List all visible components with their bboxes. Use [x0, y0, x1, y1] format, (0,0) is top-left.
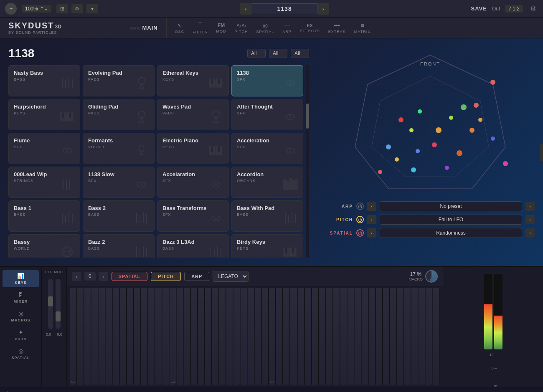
preset-card-11[interactable]: Acceleration SFX: [231, 133, 303, 164]
tab-spatial-bottom[interactable]: SPATIAL: [112, 272, 147, 281]
white-key-21[interactable]: [219, 288, 226, 385]
white-key-51[interactable]: [433, 288, 439, 385]
preset-card-0[interactable]: Nasty Bass BASS: [8, 65, 80, 96]
arp-prev-button[interactable]: ‹: [367, 202, 376, 211]
preset-card-10[interactable]: Electric Piano KEYS: [157, 133, 229, 164]
preset-card-8[interactable]: Flume SFX: [8, 133, 80, 164]
pitch-slider[interactable]: [48, 279, 53, 329]
filter-category[interactable]: All: [247, 49, 266, 58]
tab-extras[interactable]: ••• EXTRAS: [328, 22, 346, 34]
preset-card-19[interactable]: Bass With Pad BASS: [231, 200, 303, 232]
white-key-4[interactable]: [99, 288, 105, 385]
sidebar-item-mixer[interactable]: 🎛 MIXER: [3, 289, 39, 306]
preset-card-15[interactable]: Accordion ORGANS: [231, 167, 303, 198]
white-key-29[interactable]: [276, 288, 283, 385]
white-key-0[interactable]: C2: [70, 288, 77, 385]
white-key-45[interactable]: [390, 288, 397, 385]
white-key-16[interactable]: [184, 288, 190, 385]
tab-pitch[interactable]: ∿∿ PITCH: [235, 22, 248, 34]
white-key-41[interactable]: [362, 288, 368, 385]
preset-card-5[interactable]: Gliding Pad PADS: [83, 99, 155, 130]
white-key-12[interactable]: [155, 288, 162, 385]
white-key-28[interactable]: C4: [269, 288, 276, 385]
white-key-43[interactable]: [376, 288, 383, 385]
arp-power-button[interactable]: ⏻: [356, 202, 364, 210]
white-key-2[interactable]: [84, 288, 91, 385]
preset-card-16[interactable]: Bass 1 BASS: [8, 200, 80, 232]
preset-card-23[interactable]: Birdy Keys KEYS: [231, 234, 303, 258]
white-key-22[interactable]: [226, 288, 233, 385]
white-key-33[interactable]: [305, 288, 312, 385]
sidebar-item-macros[interactable]: ◎ MACROS: [3, 308, 39, 325]
tab-osc[interactable]: ∿ OSC: [175, 22, 185, 34]
spatial-next-button[interactable]: ›: [525, 228, 535, 238]
white-key-47[interactable]: [404, 288, 411, 385]
white-key-25[interactable]: [248, 288, 254, 385]
preset-card-4[interactable]: Harpsichord KEYS: [8, 99, 80, 130]
preset-card-2[interactable]: Ethereal Keys KEYS: [157, 65, 229, 96]
prev-preset-button[interactable]: ‹: [240, 3, 252, 15]
dropdown-icon[interactable]: ▾: [86, 4, 98, 13]
pitch-prev-button[interactable]: ‹: [367, 215, 376, 224]
sidebar-item-pads[interactable]: ✦ PADS: [3, 326, 39, 344]
white-key-23[interactable]: [233, 288, 240, 385]
tab-pitch-bottom[interactable]: PITCH: [151, 272, 181, 281]
white-key-6[interactable]: [113, 288, 119, 385]
preset-card-13[interactable]: 1138 Slow SFX: [83, 167, 155, 198]
white-key-10[interactable]: [141, 288, 148, 385]
arp-next-button[interactable]: ›: [525, 202, 535, 211]
white-key-13[interactable]: [162, 288, 169, 385]
preset-card-12[interactable]: 000Lead Wip STRINGS: [8, 167, 80, 198]
white-key-14[interactable]: C3: [170, 288, 176, 385]
tab-spatial[interactable]: ◎ SPATIAL: [256, 22, 274, 34]
main-nav[interactable]: ≡≡≡ MAIN: [121, 18, 167, 38]
settings-icon[interactable]: ⚙: [71, 4, 83, 13]
preset-card-9[interactable]: Formants VOCALS: [83, 133, 155, 164]
white-key-40[interactable]: [355, 288, 361, 385]
white-key-35[interactable]: [319, 288, 326, 385]
preset-card-6[interactable]: Waves Pad PADS: [157, 99, 229, 130]
preset-card-17[interactable]: Bass 2 BASS: [83, 200, 155, 232]
tab-matrix[interactable]: ≡ MATRIX: [354, 22, 370, 34]
pitch-next-button[interactable]: ›: [525, 215, 535, 224]
filter-sub[interactable]: All: [291, 49, 309, 58]
white-key-11[interactable]: [148, 288, 155, 385]
sidebar-item-keys[interactable]: 📊 KEYS: [3, 270, 39, 287]
preset-card-18[interactable]: Bass Transforms SFX: [157, 200, 229, 232]
white-key-24[interactable]: [241, 288, 247, 385]
white-key-18[interactable]: [198, 288, 205, 385]
config-icon[interactable]: ⚙: [528, 4, 538, 14]
white-key-5[interactable]: [106, 288, 112, 385]
white-key-49[interactable]: [419, 288, 425, 385]
white-key-1[interactable]: [77, 288, 84, 385]
preset-card-21[interactable]: Bazz 2 BASS: [83, 234, 155, 258]
white-key-50[interactable]: [426, 288, 432, 385]
tab-fm[interactable]: FM MOD: [216, 23, 226, 33]
white-key-32[interactable]: [298, 288, 304, 385]
legato-select[interactable]: LEGATO: [213, 271, 249, 282]
white-key-15[interactable]: [177, 288, 183, 385]
white-key-42[interactable]: [369, 288, 376, 385]
white-key-20[interactable]: [212, 288, 219, 385]
tab-filter[interactable]: ⌒ FILTER: [193, 22, 208, 34]
preset-card-3[interactable]: 1138 SFX: [231, 65, 303, 96]
preset-card-22[interactable]: Bazz 3 L3Ad BASS: [157, 234, 229, 258]
white-key-46[interactable]: [397, 288, 404, 385]
sidebar-item-spatial[interactable]: ◎ SPATIAL: [3, 345, 39, 362]
white-key-9[interactable]: [134, 288, 141, 385]
scroll-track[interactable]: [306, 65, 309, 258]
tab-arp[interactable]: ⋯ ARP: [282, 22, 292, 34]
save-button[interactable]: SAVE: [471, 5, 487, 12]
white-key-31[interactable]: [290, 288, 297, 385]
preset-card-1[interactable]: Evolving Pad PADS: [83, 65, 155, 96]
spatial-power-button[interactable]: ⏻: [356, 229, 364, 237]
filter-type[interactable]: All: [269, 49, 287, 58]
macro-knob[interactable]: [425, 270, 438, 283]
white-key-39[interactable]: [348, 288, 354, 385]
tab-arp-bottom[interactable]: ARP: [184, 272, 209, 281]
white-key-27[interactable]: [262, 288, 269, 385]
white-key-48[interactable]: [411, 288, 418, 385]
grid-icon[interactable]: ⊞: [56, 4, 68, 13]
zoom-control[interactable]: 100% ⌃⌄: [22, 5, 51, 13]
white-key-17[interactable]: [191, 288, 198, 385]
